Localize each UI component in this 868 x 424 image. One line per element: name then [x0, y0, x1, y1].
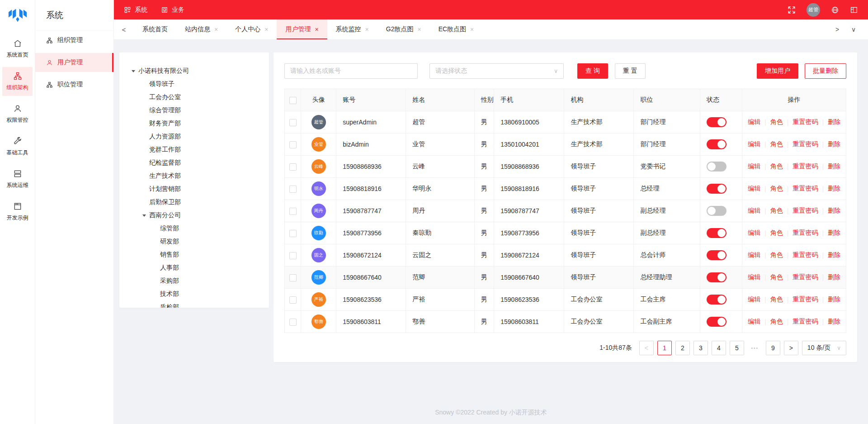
tree-node[interactable]: 质检部 — [125, 300, 264, 308]
language-globe-icon[interactable] — [831, 6, 839, 14]
tab-item[interactable]: 用户管理 — [277, 19, 327, 39]
pagination-page-4[interactable]: 4 — [712, 341, 726, 355]
action-edit[interactable]: 编辑 — [748, 162, 760, 171]
tab-close-icon[interactable] — [365, 26, 369, 33]
pagination-page-5[interactable]: 5 — [730, 341, 744, 355]
tree-node[interactable]: 综合管理部 — [125, 104, 264, 117]
tree-node[interactable]: 采购部 — [125, 274, 264, 287]
action-reset-password[interactable]: 重置密码 — [793, 140, 818, 148]
action-role[interactable]: 角色 — [770, 229, 783, 237]
status-toggle[interactable] — [707, 139, 726, 149]
tab-close-icon[interactable] — [214, 26, 218, 33]
row-checkbox[interactable] — [289, 186, 297, 193]
action-edit[interactable]: 编辑 — [748, 251, 760, 259]
action-reset-password[interactable]: 重置密码 — [793, 251, 818, 259]
rail-item-auth[interactable]: 权限管控 — [2, 100, 33, 129]
action-delete[interactable]: 删除 — [828, 251, 840, 259]
tab-item[interactable]: 个人中心 — [226, 19, 277, 39]
action-delete[interactable]: 删除 — [828, 273, 840, 281]
action-role[interactable]: 角色 — [770, 207, 783, 215]
sidebar-item-user-mgmt[interactable]: 用户管理 — [35, 53, 113, 72]
action-role[interactable]: 角色 — [770, 295, 783, 304]
status-select[interactable]: 请选择状态 — [429, 63, 564, 79]
search-input[interactable]: 请输入姓名或账号 — [284, 63, 418, 79]
action-edit[interactable]: 编辑 — [748, 207, 760, 215]
action-role[interactable]: 角色 — [770, 318, 783, 326]
action-delete[interactable]: 删除 — [828, 229, 840, 237]
action-edit[interactable]: 编辑 — [748, 229, 760, 237]
caret-down-icon[interactable] — [128, 68, 138, 74]
topbar-menu-business[interactable]: 业务 — [161, 6, 184, 14]
page-size-select[interactable]: 10 条/页 — [802, 341, 846, 355]
fullscreen-icon[interactable] — [788, 6, 796, 14]
row-checkbox[interactable] — [289, 296, 297, 304]
action-delete[interactable]: 删除 — [828, 162, 840, 171]
status-toggle[interactable] — [707, 206, 726, 216]
action-delete[interactable]: 删除 — [828, 118, 840, 126]
tabs-scroll-left-icon[interactable]: < — [114, 19, 134, 39]
action-delete[interactable]: 删除 — [828, 140, 840, 148]
tabs-menu-chevron-icon[interactable]: ∨ — [847, 26, 860, 33]
tab-close-icon[interactable] — [417, 26, 421, 33]
action-edit[interactable]: 编辑 — [748, 295, 760, 304]
pagination-ellipsis[interactable]: ••• — [748, 341, 762, 355]
tree-node[interactable]: 人力资源部 — [125, 130, 264, 143]
tree-node[interactable]: 领导班子 — [125, 77, 264, 91]
tabs-scroll-right-icon[interactable]: > — [831, 26, 844, 33]
tree-node[interactable]: 小诺科技有限公司 — [125, 64, 264, 77]
caret-down-icon[interactable] — [139, 212, 149, 219]
action-edit[interactable]: 编辑 — [748, 185, 760, 193]
rail-item-tools[interactable]: 基础工具 — [2, 132, 33, 161]
action-reset-password[interactable]: 重置密码 — [793, 273, 818, 281]
action-role[interactable]: 角色 — [770, 251, 783, 259]
tab-item[interactable]: 系统监控 — [327, 19, 377, 39]
pagination-page-2[interactable]: 2 — [675, 341, 690, 355]
action-delete[interactable]: 删除 — [828, 207, 840, 215]
status-toggle[interactable] — [707, 184, 726, 194]
tree-node[interactable]: 研发部 — [125, 235, 264, 248]
action-delete[interactable]: 删除 — [828, 295, 840, 304]
row-checkbox[interactable] — [289, 230, 297, 237]
tree-node[interactable]: 人事部 — [125, 261, 264, 274]
batch-delete-button[interactable]: 批量删除 — [805, 63, 846, 79]
action-role[interactable]: 角色 — [770, 185, 783, 193]
row-checkbox[interactable] — [289, 163, 297, 171]
app-logo[interactable] — [0, 0, 35, 31]
rail-item-ops[interactable]: 系统运维 — [2, 165, 33, 194]
tree-node[interactable]: 综管部 — [125, 222, 264, 235]
tab-item[interactable]: 系统首页 — [134, 19, 176, 39]
action-reset-password[interactable]: 重置密码 — [793, 207, 818, 215]
sidebar-item-pos-mgmt[interactable]: 职位管理 — [35, 75, 113, 94]
tree-node[interactable]: 工会办公室 — [125, 91, 264, 104]
tree-node[interactable]: 技术部 — [125, 287, 264, 300]
select-all-checkbox[interactable] — [289, 97, 297, 104]
action-delete[interactable]: 删除 — [828, 185, 840, 193]
layout-settings-icon[interactable] — [850, 6, 858, 14]
search-button[interactable]: 查 询 — [577, 63, 608, 79]
action-reset-password[interactable]: 重置密码 — [793, 318, 818, 326]
tree-node[interactable]: 后勤保卫部 — [125, 195, 264, 209]
pagination-page-3[interactable]: 3 — [693, 341, 708, 355]
user-avatar[interactable]: 超管 — [807, 3, 820, 17]
action-role[interactable]: 角色 — [770, 118, 783, 126]
tab-close-icon[interactable] — [315, 26, 318, 33]
action-reset-password[interactable]: 重置密码 — [793, 185, 818, 193]
action-reset-password[interactable]: 重置密码 — [793, 229, 818, 237]
tree-node[interactable]: 财务资产部 — [125, 117, 264, 130]
action-reset-password[interactable]: 重置密码 — [793, 295, 818, 304]
row-checkbox[interactable] — [289, 141, 297, 148]
status-toggle[interactable] — [707, 228, 726, 238]
status-toggle[interactable] — [707, 162, 726, 172]
status-toggle[interactable] — [707, 272, 726, 282]
action-reset-password[interactable]: 重置密码 — [793, 162, 818, 171]
row-checkbox[interactable] — [289, 119, 297, 126]
add-user-button[interactable]: 增加用户 — [757, 63, 798, 79]
rail-item-dev[interactable]: 开发示例 — [2, 197, 33, 226]
tree-node[interactable]: 西南分公司 — [125, 209, 264, 222]
action-delete[interactable]: 删除 — [828, 318, 840, 326]
tab-close-icon[interactable] — [264, 26, 268, 33]
status-toggle[interactable] — [707, 117, 726, 127]
row-checkbox[interactable] — [289, 274, 297, 281]
pagination-page-9[interactable]: 9 — [766, 341, 780, 355]
row-checkbox[interactable] — [289, 252, 297, 259]
